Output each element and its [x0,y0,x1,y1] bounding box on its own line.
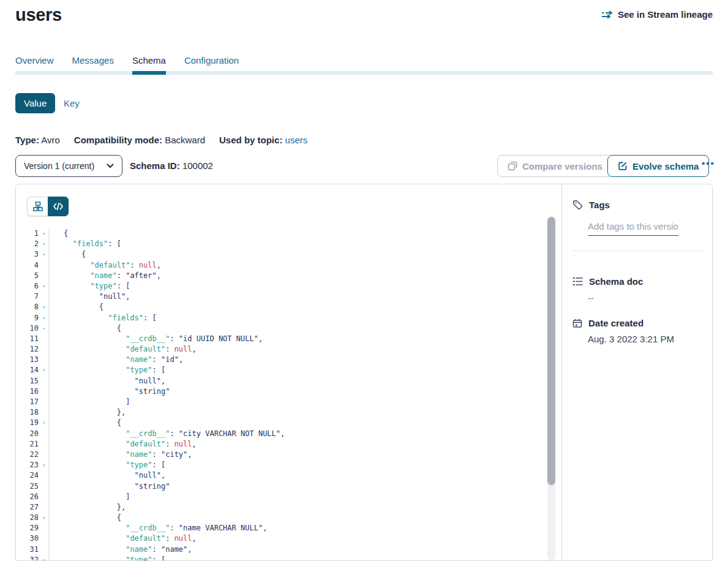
line-number: 21 [16,439,39,450]
fold-spacer [39,260,50,271]
fold-arrow[interactable]: ▾ [39,460,50,470]
schema-id-label: Schema ID: [130,160,180,171]
line-number: 31 [16,544,39,555]
line-number: 17 [16,397,39,407]
tab-configuration[interactable]: Configuration [184,55,239,75]
calendar-plus-icon [572,318,582,328]
line-number: 1 [16,228,39,239]
code-text: "type": [ [50,365,165,375]
fold-arrow[interactable]: ▾ [39,239,50,249]
code-line: 19▾ { [16,418,548,428]
code-text: "null", [50,292,130,302]
code-text: "fields": [ [50,313,157,323]
version-select[interactable]: Version 1 (current) [15,155,122,177]
line-number: 29 [16,523,39,533]
code-text: "fields": [ [50,239,121,249]
schema-page: users See in Stream lineage Overview Mes… [0,0,728,561]
page-title: users [15,5,62,25]
line-number: 11 [16,334,39,344]
key-toggle-button[interactable]: Key [64,98,80,108]
fold-arrow[interactable]: ▾ [39,249,50,260]
lineage-link-label: See in Stream lineage [618,9,713,20]
fold-arrow[interactable]: ▾ [39,365,50,375]
evolve-schema-icon [618,161,628,171]
topic-link[interactable]: users [285,135,308,145]
code-text: "default": null, [50,260,161,271]
used-by-topic-meta: Used by topic: users [219,135,307,145]
fold-arrow[interactable]: ▾ [39,313,50,323]
line-number: 10 [16,323,39,334]
tree-view-button[interactable] [27,197,48,216]
fold-spacer [39,386,50,397]
fold-arrow[interactable]: ▾ [39,302,50,312]
line-number: 28 [16,513,39,523]
line-number: 26 [16,492,39,502]
compat-value: Backward [165,135,205,145]
code-line: 31 "name": "name", [16,544,548,555]
line-number: 6 [16,281,39,292]
code-line: 16 "string" [16,386,548,397]
sidebar-divider [572,250,702,251]
code-line: 1▾{ [16,228,548,239]
add-tags-input[interactable] [588,219,678,236]
code-text: "string" [50,481,170,492]
evolve-schema-button[interactable]: Evolve schema [607,155,709,177]
code-line: 11 "__crdb__": "id UUID NOT NULL", [16,334,548,344]
value-toggle-button[interactable]: Value [15,93,55,113]
code-text: }, [50,407,126,418]
fold-arrow[interactable]: ▾ [39,323,50,334]
fold-arrow[interactable]: ▾ [39,555,50,560]
type-label: Type: [15,135,39,145]
tab-messages[interactable]: Messages [72,55,114,75]
fold-spacer [39,397,50,407]
line-number: 20 [16,429,39,439]
topic-label: Used by topic: [219,135,282,145]
editor-scrollbar-track[interactable] [547,217,555,560]
code-line: 14▾ "type": [ [16,365,548,375]
tab-schema[interactable]: Schema [132,55,166,75]
code-line: 32▾ "type": [ [16,555,548,560]
schema-doc-value: -- [588,293,594,303]
schema-doc-title: Schema doc [589,276,643,287]
fold-arrow[interactable]: ▾ [39,513,50,523]
fold-arrow[interactable]: ▾ [39,418,50,428]
code-text: }, [50,502,126,513]
code-text: { [50,228,68,239]
type-meta: Type: Avro [15,135,60,145]
code-line: 20 "__crdb__": "city VARCHAR NOT NULL", [16,429,548,439]
fold-arrow[interactable]: ▾ [39,281,50,292]
code-view-icon [53,203,63,210]
code-text: "__crdb__": "city VARCHAR NOT NULL", [50,429,285,439]
fold-arrow[interactable]: ▾ [39,228,50,239]
compare-versions-button[interactable]: Compare versions [497,155,613,177]
code-text: "default": null, [50,344,197,355]
code-line: 8▾ { [16,302,548,312]
evolve-schema-label: Evolve schema [632,161,699,171]
line-number: 14 [16,365,39,375]
code-line: 2▾ "fields": [ [16,239,548,249]
line-number: 16 [16,386,39,397]
code-text: { [50,513,121,523]
editor-scrollbar-thumb[interactable] [547,217,555,485]
more-options-button[interactable]: ••• [702,158,715,168]
code-line: 9▾ "fields": [ [16,313,548,323]
code-line: 25 "string" [16,481,548,492]
code-line: 30 "default": null, [16,533,548,544]
line-number: 2 [16,239,39,249]
line-number: 7 [16,292,39,302]
line-number: 5 [16,271,39,281]
compare-versions-icon [508,161,517,171]
see-in-stream-lineage-link[interactable]: See in Stream lineage [601,9,713,20]
fold-spacer [39,439,50,450]
date-created-title: Date created [588,318,644,328]
compatibility-meta: Compatibility mode: Backward [74,135,205,145]
compare-versions-label: Compare versions [522,161,602,171]
code-text: "__crdb__": "name VARCHAR NULL", [50,523,267,533]
code-view-button[interactable] [48,197,69,216]
editor-view-toggle [27,197,69,216]
code-text: "default": null, [50,439,197,450]
schema-editor: 1▾{2▾ "fields": [3▾ {4 "default": null,5… [16,184,561,560]
schema-id: Schema ID: 100002 [130,160,213,171]
tab-overview[interactable]: Overview [15,55,54,75]
fold-spacer [39,544,50,555]
